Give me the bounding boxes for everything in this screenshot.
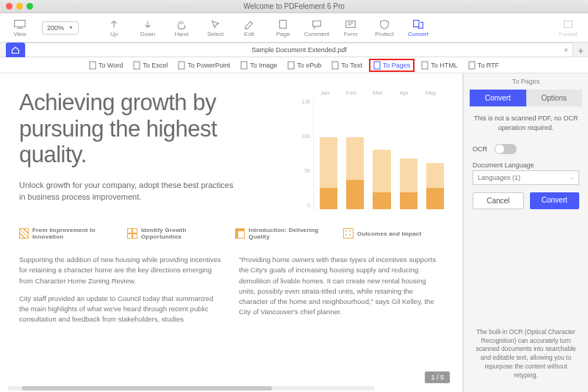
main-toolbar: View 200%▼ Up Down Hand Select Edit Page… [0, 13, 588, 43]
svg-rect-6 [134, 62, 140, 69]
chevron-down-icon: ⌄ [570, 175, 574, 181]
main-area: Achieving growth by pursuing the highest… [0, 73, 588, 392]
lang-label: Document Language [464, 159, 588, 170]
home-tab[interactable] [6, 43, 25, 57]
section-2: Identify Growth Opportunities [127, 227, 228, 240]
doc-subhead: Unlock growth for your company, adopt th… [19, 180, 240, 203]
ocr-label: OCR [473, 145, 487, 153]
section-4: Outcomes and Impact [343, 227, 444, 240]
section-row: From Improvement to Innovation Identify … [19, 227, 444, 240]
to-word-button[interactable]: To Word [85, 59, 126, 71]
section-icon [235, 228, 245, 239]
section-1: From Improvement to Innovation [19, 227, 120, 240]
protect-tool[interactable]: Protect [369, 15, 400, 41]
panel-buttons: Cancel Convert [464, 185, 588, 217]
section-icon [127, 228, 137, 239]
doc-para: "Providing home owners with these types … [239, 255, 444, 318]
ocr-row: OCR [464, 139, 588, 159]
panel-tabs: Convert Options [470, 90, 582, 106]
svg-rect-9 [288, 62, 294, 69]
zoom-dropdown[interactable]: 200%▼ [42, 21, 79, 35]
doc-para: Supporting the addition of new housing w… [19, 255, 224, 286]
form-tool[interactable]: Form [335, 15, 366, 41]
chevron-down-icon: ▼ [68, 25, 74, 30]
comment-tool[interactable]: Comment [301, 15, 332, 41]
svg-rect-2 [346, 21, 356, 27]
convert-tool[interactable]: Convert [403, 15, 434, 41]
page-tool[interactable]: Page [268, 15, 298, 41]
svg-rect-11 [374, 62, 380, 69]
section-icon [19, 228, 29, 239]
close-icon[interactable] [6, 3, 12, 10]
view-tool[interactable]: View [4, 15, 35, 41]
svg-rect-1 [280, 20, 287, 28]
to-text-button[interactable]: To Text [328, 59, 365, 71]
window-titlebar: Welcome to PDFelement 6 Pro [0, 0, 588, 13]
language-select[interactable]: Languages (1) ⌄ [473, 170, 579, 185]
new-tab-button[interactable]: + [573, 45, 588, 57]
doc-columns: Supporting the addition of new housing w… [19, 255, 444, 333]
svg-rect-0 [15, 20, 25, 26]
zoom-tool[interactable]: 200%▼ [38, 15, 82, 41]
document-tabs: Sample Document Extended.pdf × + [0, 43, 588, 57]
panel-footer: The built-in OCR (Optical Character Reco… [464, 321, 588, 392]
panel-tab-convert[interactable]: Convert [470, 90, 526, 106]
doc-chart: JanFebMarAprMay 130100500 [297, 90, 444, 209]
panel-note: This is not a scanned PDF, no OCR operat… [464, 106, 588, 139]
page-indicator: 1 / 5 [425, 371, 450, 383]
svg-rect-5 [90, 62, 96, 69]
convert-button[interactable]: Convert [530, 192, 580, 209]
to-excel-button[interactable]: To Excel [129, 59, 171, 71]
doc-para: City staff provided an update to Council… [19, 294, 224, 325]
to-epub-button[interactable]: To ePub [284, 59, 325, 71]
maximize-icon[interactable] [26, 3, 33, 10]
panel-tab-options[interactable]: Options [526, 90, 583, 106]
svg-rect-10 [332, 62, 338, 69]
to-powerpoint-button[interactable]: To PowerPoint [174, 59, 234, 71]
format-tool[interactable]: Format [553, 15, 584, 41]
down-tool[interactable]: Down [132, 15, 163, 41]
panel-title: To Pages [464, 73, 588, 90]
horizontal-scrollbar[interactable] [7, 386, 375, 391]
convert-toolbar: To Word To Excel To PowerPoint To Image … [0, 57, 588, 73]
svg-rect-3 [414, 20, 419, 26]
edit-tool[interactable]: Edit [234, 15, 265, 41]
section-3: Introduction: Delivering Quality [235, 227, 336, 240]
to-html-button[interactable]: To HTML [417, 59, 462, 71]
doc-headline: Achieving growth by pursuing the highest… [19, 90, 285, 168]
to-image-button[interactable]: To Image [237, 59, 281, 71]
section-icon [343, 228, 354, 239]
svg-rect-4 [564, 21, 573, 27]
scrollbar-thumb[interactable] [22, 386, 272, 391]
cancel-button[interactable]: Cancel [473, 192, 524, 209]
svg-rect-12 [422, 62, 428, 69]
svg-rect-13 [469, 62, 475, 69]
hand-tool[interactable]: Hand [166, 15, 197, 41]
to-rtf-button[interactable]: To RTF [465, 59, 503, 71]
traffic-lights [6, 3, 33, 10]
side-panel: To Pages Convert Options This is not a s… [463, 73, 588, 392]
to-pages-button[interactable]: To Pages [369, 59, 415, 72]
svg-rect-8 [241, 62, 247, 69]
window-title: Welcome to PDFelement 6 Pro [0, 2, 588, 10]
document-pane: Achieving growth by pursuing the highest… [0, 73, 463, 392]
svg-rect-7 [179, 62, 184, 69]
close-tab-icon[interactable]: × [564, 46, 568, 54]
up-tool[interactable]: Up [98, 15, 129, 41]
document-tab-label: Sample Document Extended.pdf [251, 46, 347, 54]
document-tab[interactable]: Sample Document Extended.pdf × [25, 43, 573, 57]
select-tool[interactable]: Select [200, 15, 231, 41]
minimize-icon[interactable] [16, 3, 23, 10]
ocr-toggle[interactable] [495, 144, 517, 154]
